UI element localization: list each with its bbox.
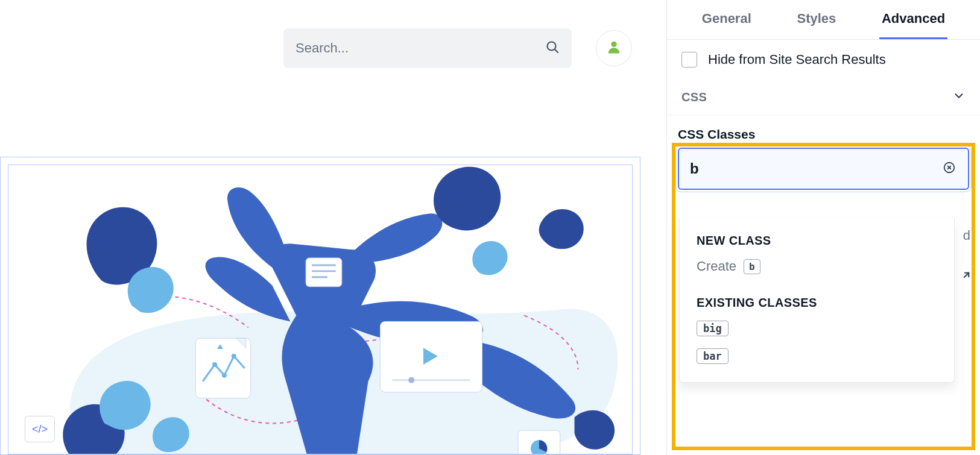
tab-styles[interactable]: Styles [794, 0, 838, 39]
user-icon [605, 39, 622, 58]
truncated-text: d [963, 228, 970, 243]
search-input[interactable] [296, 40, 545, 56]
css-classes-title: CSS Classes [678, 127, 969, 142]
existing-classes-heading: EXISTING CLASSES [697, 296, 937, 310]
css-classes-input[interactable] [690, 160, 941, 177]
search-box[interactable] [283, 28, 572, 68]
css-classes-dropdown: NEW CLASS Create b EXISTING CLASSES big … [679, 218, 955, 383]
tab-advanced[interactable]: Advanced [879, 0, 947, 39]
css-section-header[interactable]: CSS [667, 80, 980, 115]
svg-point-7 [212, 362, 217, 367]
css-classes-input-wrap[interactable] [678, 148, 969, 190]
tab-general[interactable]: General [700, 0, 754, 39]
panel-tabs: General Styles Advanced [667, 0, 980, 40]
user-avatar-button[interactable] [596, 30, 632, 66]
main-canvas-area: </> [0, 0, 666, 455]
clear-input-button[interactable] [941, 161, 957, 177]
css-section-label: CSS [681, 90, 707, 104]
canvas-selection-outer[interactable]: </> [0, 157, 640, 455]
svg-point-14 [408, 377, 414, 383]
canvas-selection-inner[interactable] [8, 165, 633, 454]
code-badge[interactable]: </> [25, 416, 55, 442]
hide-from-search-row[interactable]: Hide from Site Search Results [667, 40, 980, 80]
create-class-chip: b [744, 259, 760, 274]
close-circle-icon [943, 161, 956, 177]
topbar [0, 24, 666, 72]
svg-rect-3 [306, 258, 342, 287]
svg-point-8 [222, 373, 227, 378]
hide-from-search-label: Hide from Site Search Results [708, 52, 886, 67]
code-icon: </> [32, 423, 48, 436]
hero-illustration [8, 165, 632, 454]
existing-class-option[interactable]: bar [697, 348, 729, 364]
svg-line-1 [555, 49, 558, 52]
create-class-option[interactable]: Create b [697, 259, 937, 274]
search-icon [545, 40, 560, 57]
expand-icon[interactable] [957, 271, 970, 288]
svg-point-2 [611, 42, 616, 47]
css-classes-block: CSS Classes [667, 115, 980, 190]
new-class-heading: NEW CLASS [697, 234, 937, 248]
existing-class-option[interactable]: big [697, 321, 729, 336]
properties-panel: General Styles Advanced Hide from Site S… [666, 0, 980, 455]
create-label: Create [697, 259, 736, 274]
chevron-down-icon [952, 89, 966, 105]
hide-from-search-checkbox[interactable] [681, 52, 697, 67]
svg-point-9 [232, 354, 236, 359]
existing-classes-list: big bar [697, 321, 937, 364]
